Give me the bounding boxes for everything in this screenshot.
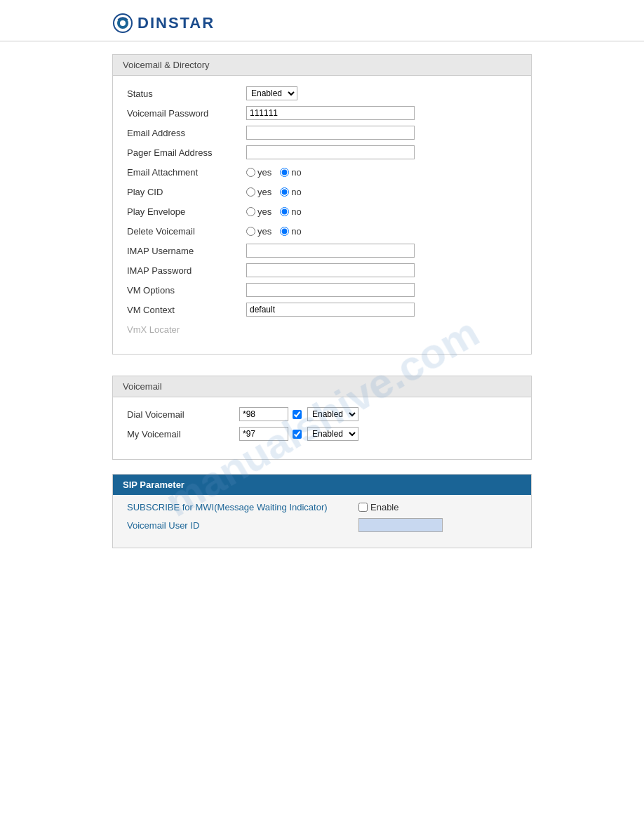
header: DINSTAR	[0, 0, 644, 41]
email-attachment-row: Email Attachment yes no	[127, 164, 517, 180]
logo-area: DINSTAR	[112, 13, 532, 34]
vm-options-label: VM Options	[127, 285, 246, 296]
dial-voicemail-checkbox[interactable]	[293, 410, 302, 419]
logo-icon	[112, 13, 133, 34]
email-address-label: Email Address	[127, 128, 246, 138]
pager-email-label: Pager Email Address	[127, 147, 246, 158]
play-envelope-row: Play Envelope yes no	[127, 204, 517, 219]
subscribe-mwi-checkbox[interactable]	[358, 503, 368, 512]
sip-parameter-panel: SIP Parameter SUBSCRIBE for MWI(Message …	[112, 474, 532, 548]
email-attachment-no-label[interactable]: no	[280, 167, 301, 178]
play-envelope-radio-group: yes no	[246, 206, 302, 217]
vm-context-input[interactable]	[246, 303, 415, 317]
delete-voicemail-label: Delete Voicemail	[127, 226, 246, 237]
subscribe-mwi-row: SUBSCRIBE for MWI(Message Waiting Indica…	[127, 502, 517, 512]
delete-voicemail-yes-label[interactable]: yes	[246, 226, 271, 237]
play-cid-no-radio[interactable]	[280, 187, 289, 197]
email-address-input[interactable]	[246, 126, 415, 140]
voicemail-password-row: Voicemail Password	[127, 105, 517, 121]
voicemail-user-id-label: Voicemail User ID	[127, 520, 358, 531]
delete-voicemail-yes-radio[interactable]	[246, 227, 255, 236]
email-attachment-yes-label[interactable]: yes	[246, 167, 271, 178]
imap-password-row: IMAP Password	[127, 263, 517, 278]
enable-checkbox-label[interactable]: Enable	[358, 502, 398, 512]
enable-label: Enable	[370, 502, 398, 512]
imap-password-input[interactable]	[246, 263, 415, 277]
play-cid-yes-radio[interactable]	[246, 187, 255, 197]
imap-password-label: IMAP Password	[127, 265, 246, 276]
delete-voicemail-radio-group: yes no	[246, 226, 302, 237]
vmx-locater-label: VmX Locater	[127, 324, 246, 335]
my-voicemail-select[interactable]: Enabled Disabled	[307, 427, 358, 441]
voicemail-user-id-row: Voicemail User ID	[127, 518, 517, 532]
my-voicemail-checkbox[interactable]	[293, 430, 302, 439]
play-envelope-label: Play Envelope	[127, 206, 246, 217]
email-attachment-yes-radio[interactable]	[246, 168, 255, 177]
vm-options-input[interactable]	[246, 283, 415, 297]
status-row: Status Enabled Disabled	[127, 86, 517, 101]
status-select[interactable]: Enabled Disabled	[246, 86, 297, 100]
delete-voicemail-row: Delete Voicemail yes no	[127, 223, 517, 239]
imap-username-input[interactable]	[246, 244, 415, 258]
vm-options-row: VM Options	[127, 282, 517, 298]
imap-username-label: IMAP Username	[127, 246, 246, 256]
play-envelope-no-label[interactable]: no	[280, 206, 301, 217]
voicemail-panel-body: Dial Voicemail Enabled Disabled My Voice…	[113, 397, 531, 459]
pager-email-input[interactable]	[246, 145, 415, 159]
my-voicemail-row: My Voicemail Enabled Disabled	[127, 427, 517, 441]
voicemail-directory-panel-body: Status Enabled Disabled Voicemail Passwo…	[113, 76, 531, 354]
status-label: Status	[127, 88, 246, 99]
dial-voicemail-label: Dial Voicemail	[127, 409, 239, 420]
voicemail-directory-panel: Voicemail & Directory Status Enabled Dis…	[112, 54, 532, 355]
voicemail-password-input[interactable]	[246, 106, 415, 120]
subscribe-mwi-label: SUBSCRIBE for MWI(Message Waiting Indica…	[127, 502, 358, 512]
play-cid-label: Play CID	[127, 187, 246, 197]
email-address-row: Email Address	[127, 125, 517, 140]
voicemail-user-id-input[interactable]	[358, 518, 443, 532]
my-voicemail-label: My Voicemail	[127, 429, 239, 439]
vm-context-label: VM Context	[127, 305, 246, 315]
dial-voicemail-input[interactable]	[239, 407, 288, 421]
voicemail-password-label: Voicemail Password	[127, 108, 246, 119]
email-attachment-label: Email Attachment	[127, 167, 246, 178]
voicemail-panel-header: Voicemail	[113, 376, 531, 397]
vmx-locater-row: VmX Locater	[127, 322, 517, 337]
play-cid-yes-label[interactable]: yes	[246, 187, 271, 197]
play-envelope-no-radio[interactable]	[280, 207, 289, 216]
sip-parameter-panel-body: SUBSCRIBE for MWI(Message Waiting Indica…	[113, 495, 531, 548]
play-envelope-yes-radio[interactable]	[246, 207, 255, 216]
dial-voicemail-select[interactable]: Enabled Disabled	[307, 407, 358, 421]
email-attachment-radio-group: yes no	[246, 167, 302, 178]
voicemail-panel: Voicemail Dial Voicemail Enabled Disable…	[112, 376, 532, 460]
sip-parameter-panel-header: SIP Parameter	[113, 475, 531, 495]
imap-username-row: IMAP Username	[127, 243, 517, 258]
logo-text: DINSTAR	[137, 14, 215, 32]
play-cid-no-label[interactable]: no	[280, 187, 301, 197]
email-attachment-no-radio[interactable]	[280, 168, 289, 177]
voicemail-directory-panel-header: Voicemail & Directory	[113, 55, 531, 76]
pager-email-row: Pager Email Address	[127, 145, 517, 160]
delete-voicemail-no-radio[interactable]	[280, 227, 289, 236]
svg-point-2	[120, 20, 126, 26]
my-voicemail-input[interactable]	[239, 427, 288, 441]
dial-voicemail-row: Dial Voicemail Enabled Disabled	[127, 407, 517, 421]
play-cid-radio-group: yes no	[246, 187, 302, 197]
play-envelope-yes-label[interactable]: yes	[246, 206, 271, 217]
delete-voicemail-no-label[interactable]: no	[280, 226, 301, 237]
main-content: Voicemail & Directory Status Enabled Dis…	[0, 54, 644, 548]
play-cid-row: Play CID yes no	[127, 184, 517, 199]
vm-context-row: VM Context	[127, 302, 517, 317]
